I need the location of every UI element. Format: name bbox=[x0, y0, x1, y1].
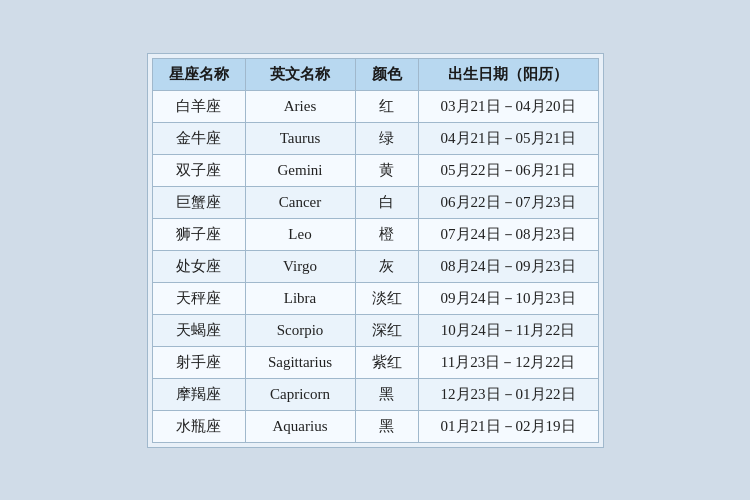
cell-color: 深红 bbox=[355, 314, 418, 346]
table-row: 狮子座Leo橙07月24日－08月23日 bbox=[152, 218, 598, 250]
cell-en: Gemini bbox=[245, 154, 355, 186]
header-zh: 星座名称 bbox=[152, 58, 245, 90]
cell-date: 10月24日－11月22日 bbox=[418, 314, 598, 346]
cell-en: Cancer bbox=[245, 186, 355, 218]
cell-en: Aquarius bbox=[245, 410, 355, 442]
cell-zh: 巨蟹座 bbox=[152, 186, 245, 218]
cell-zh: 天秤座 bbox=[152, 282, 245, 314]
cell-date: 01月21日－02月19日 bbox=[418, 410, 598, 442]
table-row: 射手座Sagittarius紫红11月23日－12月22日 bbox=[152, 346, 598, 378]
cell-color: 黄 bbox=[355, 154, 418, 186]
zodiac-table: 星座名称 英文名称 颜色 出生日期（阳历） 白羊座Aries红03月21日－04… bbox=[152, 58, 599, 443]
table-row: 天蝎座Scorpio深红10月24日－11月22日 bbox=[152, 314, 598, 346]
table-row: 水瓶座Aquarius黑01月21日－02月19日 bbox=[152, 410, 598, 442]
cell-date: 04月21日－05月21日 bbox=[418, 122, 598, 154]
cell-date: 05月22日－06月21日 bbox=[418, 154, 598, 186]
cell-color: 淡红 bbox=[355, 282, 418, 314]
cell-en: Virgo bbox=[245, 250, 355, 282]
cell-color: 白 bbox=[355, 186, 418, 218]
cell-en: Libra bbox=[245, 282, 355, 314]
cell-en: Leo bbox=[245, 218, 355, 250]
cell-zh: 射手座 bbox=[152, 346, 245, 378]
table-row: 白羊座Aries红03月21日－04月20日 bbox=[152, 90, 598, 122]
cell-color: 灰 bbox=[355, 250, 418, 282]
header-date: 出生日期（阳历） bbox=[418, 58, 598, 90]
header-color: 颜色 bbox=[355, 58, 418, 90]
cell-en: Scorpio bbox=[245, 314, 355, 346]
cell-en: Taurus bbox=[245, 122, 355, 154]
cell-zh: 狮子座 bbox=[152, 218, 245, 250]
header-en: 英文名称 bbox=[245, 58, 355, 90]
table-row: 天秤座Libra淡红09月24日－10月23日 bbox=[152, 282, 598, 314]
table-row: 摩羯座Capricorn黑12月23日－01月22日 bbox=[152, 378, 598, 410]
table-row: 金牛座Taurus绿04月21日－05月21日 bbox=[152, 122, 598, 154]
cell-zh: 白羊座 bbox=[152, 90, 245, 122]
cell-color: 紫红 bbox=[355, 346, 418, 378]
cell-zh: 摩羯座 bbox=[152, 378, 245, 410]
zodiac-table-container: 星座名称 英文名称 颜色 出生日期（阳历） 白羊座Aries红03月21日－04… bbox=[147, 53, 604, 448]
cell-date: 09月24日－10月23日 bbox=[418, 282, 598, 314]
cell-en: Sagittarius bbox=[245, 346, 355, 378]
cell-zh: 处女座 bbox=[152, 250, 245, 282]
cell-date: 11月23日－12月22日 bbox=[418, 346, 598, 378]
cell-color: 黑 bbox=[355, 378, 418, 410]
cell-color: 黑 bbox=[355, 410, 418, 442]
cell-color: 绿 bbox=[355, 122, 418, 154]
cell-zh: 金牛座 bbox=[152, 122, 245, 154]
cell-color: 橙 bbox=[355, 218, 418, 250]
table-row: 处女座Virgo灰08月24日－09月23日 bbox=[152, 250, 598, 282]
table-header-row: 星座名称 英文名称 颜色 出生日期（阳历） bbox=[152, 58, 598, 90]
cell-date: 06月22日－07月23日 bbox=[418, 186, 598, 218]
cell-date: 07月24日－08月23日 bbox=[418, 218, 598, 250]
cell-zh: 水瓶座 bbox=[152, 410, 245, 442]
cell-date: 03月21日－04月20日 bbox=[418, 90, 598, 122]
cell-en: Capricorn bbox=[245, 378, 355, 410]
cell-zh: 天蝎座 bbox=[152, 314, 245, 346]
table-row: 巨蟹座Cancer白06月22日－07月23日 bbox=[152, 186, 598, 218]
cell-color: 红 bbox=[355, 90, 418, 122]
cell-zh: 双子座 bbox=[152, 154, 245, 186]
cell-date: 12月23日－01月22日 bbox=[418, 378, 598, 410]
table-row: 双子座Gemini黄05月22日－06月21日 bbox=[152, 154, 598, 186]
cell-date: 08月24日－09月23日 bbox=[418, 250, 598, 282]
cell-en: Aries bbox=[245, 90, 355, 122]
